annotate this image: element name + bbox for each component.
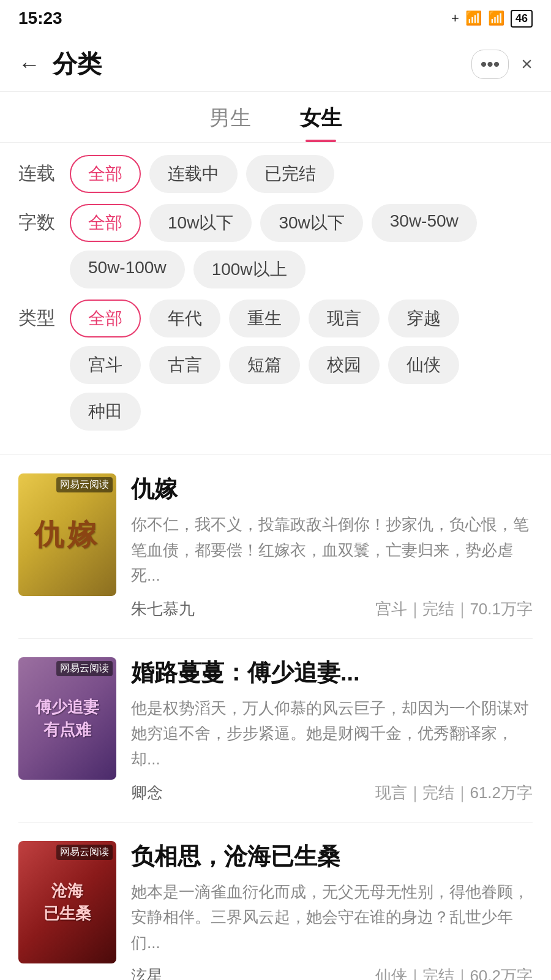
book-cover: 傅少追妻有点难 网易云阅读 — [18, 657, 116, 780]
filter-tags-words: 全部 10w以下 30w以下 30w-50w 50w-100w 100w以上 — [70, 204, 533, 288]
book-desc: 你不仁，我不义，投靠政敌斗倒你！抄家仇，负心恨，笔笔血债，都要偿！红嫁衣，血双鬟… — [131, 512, 533, 589]
book-author: 卿念 — [131, 782, 163, 804]
tag-type-all[interactable]: 全部 — [70, 300, 141, 337]
book-title: 仇嫁 — [131, 473, 533, 505]
book-tags: 宫斗｜完结｜70.1万字 — [375, 598, 533, 620]
book-list: 仇嫁 网易云阅读 仇嫁 你不仁，我不义，投靠政敌斗倒你！抄家仇，负心恨，笔笔血债… — [0, 455, 551, 980]
filter-row-serial: 连载 全部 连载中 已完结 — [18, 155, 533, 193]
filter-tags-serial: 全部 连载中 已完结 — [70, 155, 533, 193]
cover-badge: 网易云阅读 — [56, 845, 113, 860]
book-author: 泫星 — [131, 965, 163, 980]
book-desc: 他是权势滔天，万人仰慕的风云巨子，却因为一个阴谋对她穷追不舍，步步紧逼。她是财阀… — [131, 696, 533, 772]
close-button[interactable]: × — [521, 53, 533, 75]
filter-section: 连载 全部 连载中 已完结 字数 全部 10w以下 30w以下 30w-50w … — [0, 143, 551, 454]
book-info: 负相思，沧海已生桑 她本是一滴雀血衍化而成，无父无母无性别，得他眷顾，安静相伴。… — [131, 841, 533, 980]
book-title: 负相思，沧海已生桑 — [131, 841, 533, 872]
tab-female[interactable]: 女生 — [300, 104, 342, 142]
book-cover: 沧海已生桑 网易云阅读 — [18, 841, 116, 963]
filter-row-words: 字数 全部 10w以下 30w以下 30w-50w 50w-100w 100w以… — [18, 204, 533, 288]
tag-type-xianyuan[interactable]: 现言 — [309, 300, 380, 337]
book-item[interactable]: 傅少追妻有点难 网易云阅读 婚路蔓蔓：傅少追妻... 他是权势滔天，万人仰慕的风… — [18, 639, 533, 823]
book-info: 婚路蔓蔓：傅少追妻... 他是权势滔天，万人仰慕的风云巨子，却因为一个阴谋对她穷… — [131, 657, 533, 804]
book-tags: 现言｜完结｜61.2万字 — [375, 782, 533, 804]
tag-type-chuanyue[interactable]: 穿越 — [388, 300, 459, 337]
filter-label-words: 字数 — [18, 204, 61, 235]
bluetooth-icon: + — [451, 10, 459, 26]
filter-label-serial: 连载 — [18, 155, 61, 186]
wifi-icon: 📶 — [488, 10, 504, 26]
book-meta: 泫星 仙侠｜完结｜60.2万字 — [131, 965, 533, 980]
tab-male[interactable]: 男生 — [209, 104, 251, 142]
header-actions: ••• × — [471, 50, 533, 79]
cover-badge: 网易云阅读 — [56, 477, 113, 492]
battery-indicator: 46 — [511, 10, 533, 28]
tag-serial-finished[interactable]: 已完结 — [246, 155, 334, 193]
book-title: 婚路蔓蔓：傅少追妻... — [131, 657, 533, 688]
tag-type-zhongtian[interactable]: 种田 — [70, 393, 141, 431]
book-item[interactable]: 仇嫁 网易云阅读 仇嫁 你不仁，我不义，投靠政敌斗倒你！抄家仇，负心恨，笔笔血债… — [18, 455, 533, 639]
tag-words-30w[interactable]: 30w以下 — [260, 204, 362, 242]
filter-row-type: 类型 全部 年代 重生 现言 穿越 宫斗 古言 短篇 校园 仙侠 种田 — [18, 300, 533, 431]
tag-serial-ongoing[interactable]: 连载中 — [149, 155, 238, 193]
tag-words-50-100w[interactable]: 50w-100w — [70, 251, 185, 288]
book-author: 朱七慕九 — [131, 598, 195, 620]
book-desc: 她本是一滴雀血衍化而成，无父无母无性别，得他眷顾，安静相伴。三界风云起，她会守在… — [131, 880, 533, 956]
tag-type-chongsheng[interactable]: 重生 — [229, 300, 300, 337]
tag-type-guyan[interactable]: 古言 — [149, 346, 220, 384]
signal-icon: 📶 — [465, 10, 482, 26]
book-info: 仇嫁 你不仁，我不义，投靠政敌斗倒你！抄家仇，负心恨，笔笔血债，都要偿！红嫁衣，… — [131, 473, 533, 620]
status-time: 15:23 — [18, 9, 62, 28]
book-tags: 仙侠｜完结｜60.2万字 — [375, 965, 533, 980]
tag-type-xianxia[interactable]: 仙侠 — [388, 346, 459, 384]
page-title: 分类 — [53, 47, 471, 81]
status-bar: 15:23 + 📶 📶 46 — [0, 0, 551, 37]
book-cover: 仇嫁 网易云阅读 — [18, 473, 116, 596]
tag-type-gongdou[interactable]: 宫斗 — [70, 346, 141, 384]
more-button[interactable]: ••• — [471, 50, 509, 79]
tag-words-all[interactable]: 全部 — [70, 204, 141, 242]
tag-words-10w[interactable]: 10w以下 — [149, 204, 252, 242]
book-item[interactable]: 沧海已生桑 网易云阅读 负相思，沧海已生桑 她本是一滴雀血衍化而成，无父无母无性… — [18, 823, 533, 980]
gender-tabs: 男生 女生 — [0, 92, 551, 143]
cover-badge: 网易云阅读 — [56, 661, 113, 676]
tag-words-30-50w[interactable]: 30w-50w — [372, 204, 477, 242]
book-meta: 卿念 现言｜完结｜61.2万字 — [131, 782, 533, 804]
back-button[interactable]: ← — [18, 51, 40, 77]
filter-tags-type: 全部 年代 重生 现言 穿越 宫斗 古言 短篇 校园 仙侠 种田 — [70, 300, 533, 431]
tag-serial-all[interactable]: 全部 — [70, 155, 141, 193]
tag-type-xiaoyuan[interactable]: 校园 — [309, 346, 380, 384]
header: ← 分类 ••• × — [0, 37, 551, 92]
filter-label-type: 类型 — [18, 300, 61, 331]
tag-words-100w[interactable]: 100w以上 — [193, 251, 305, 288]
status-icons: + 📶 📶 46 — [451, 10, 533, 28]
book-meta: 朱七慕九 宫斗｜完结｜70.1万字 — [131, 598, 533, 620]
tag-type-duanpian[interactable]: 短篇 — [229, 346, 300, 384]
tag-type-niandai[interactable]: 年代 — [149, 300, 220, 337]
